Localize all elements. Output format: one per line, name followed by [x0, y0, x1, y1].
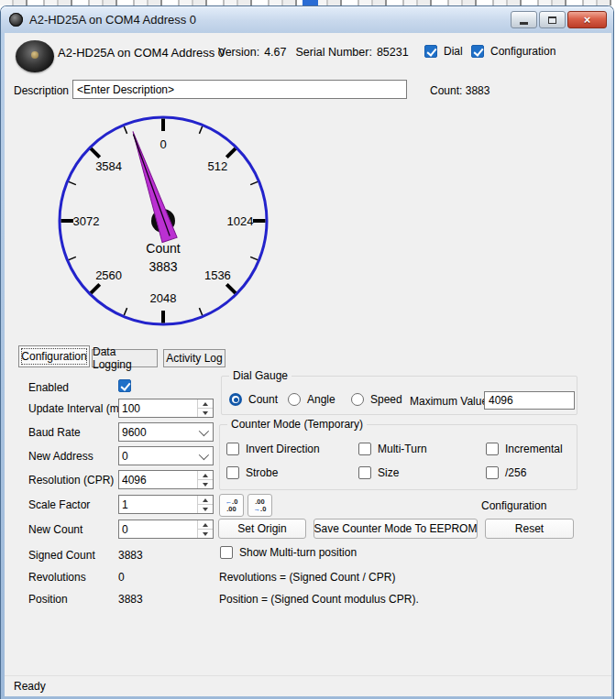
arrow-down-icon	[203, 532, 208, 536]
decimal-icon: →.0	[254, 506, 267, 513]
checkbox-box	[226, 443, 239, 455]
radio-speed[interactable]: Speed	[351, 393, 402, 406]
spin-down-button[interactable]	[198, 479, 213, 488]
new-address-value: 0	[122, 450, 199, 463]
version-serial-row: Version:4.67Serial Number:85231	[218, 46, 418, 59]
scale-factor-spinner	[118, 495, 214, 514]
radio-count[interactable]: Count	[229, 393, 278, 406]
status-text: Ready	[14, 680, 46, 693]
configuration-checkbox-label: Configuration	[490, 45, 556, 58]
maximize-button[interactable]	[539, 11, 566, 28]
serial-label: Serial Number:	[296, 46, 372, 59]
new-address-select[interactable]: 0	[118, 446, 214, 465]
radio-speed-circle	[351, 393, 364, 406]
svg-text:512: 512	[208, 159, 228, 173]
dial-checkbox-label: Dial	[444, 45, 463, 58]
revolutions-formula: Revolutions = (Signed Count / CPR)	[219, 571, 395, 584]
minimize-icon	[520, 22, 528, 25]
position-formula: Position = (Signed Count modulus CPR).	[219, 593, 419, 606]
dial-checkbox-box	[424, 45, 437, 58]
title-bar[interactable]: A2-HD25A on COM4 Address 0 ×	[1, 6, 613, 33]
checkbox-box	[358, 443, 371, 455]
spin-down-button[interactable]	[198, 529, 213, 538]
dial-gauge-group-title: Dial Gauge	[229, 369, 292, 382]
increase-decimal-button[interactable]: .00 →.0	[248, 494, 272, 517]
spin-up-button[interactable]	[198, 496, 213, 504]
serial-value: 85231	[377, 46, 409, 59]
resolution-input[interactable]	[119, 471, 197, 488]
set-origin-button[interactable]: Set Origin	[218, 519, 306, 539]
new-count-label: New Count	[28, 523, 82, 536]
reset-label: Reset	[515, 522, 544, 535]
svg-text:2048: 2048	[150, 291, 177, 305]
new-count-input[interactable]	[119, 520, 197, 538]
save-counter-mode-button[interactable]: Save Counter Mode To EEPROM	[314, 519, 478, 539]
arrow-up-icon	[203, 498, 208, 502]
configuration-checkbox[interactable]: Configuration	[471, 45, 556, 58]
counter-mode-group: Counter Mode (Temporary) Invert Directio…	[219, 424, 578, 490]
svg-text:3072: 3072	[73, 214, 100, 228]
show-multiturn-checkbox[interactable]: Show Multi-turn position	[220, 546, 357, 559]
dial-gauge-svg: 0512102415362048256030723584Count3883	[44, 102, 282, 340]
signed-count-value: 3883	[118, 549, 143, 562]
enabled-checkbox[interactable]	[118, 379, 131, 392]
minimize-button[interactable]	[511, 11, 537, 28]
new-count-spin-buttons	[197, 520, 213, 538]
tab-activity-log[interactable]: Activity Log	[163, 349, 226, 367]
configuration-section-label: Configuration	[481, 499, 546, 512]
spin-up-button[interactable]	[198, 471, 213, 479]
spin-up-button[interactable]	[198, 399, 213, 408]
description-input[interactable]	[72, 80, 407, 99]
dial-checkbox[interactable]: Dial	[424, 45, 463, 58]
svg-text:2560: 2560	[95, 268, 122, 282]
svg-text:1024: 1024	[227, 214, 254, 228]
checkbox-multi-turn[interactable]: Multi-Turn	[358, 443, 427, 455]
checkbox-strobe[interactable]: Strobe	[226, 466, 278, 479]
app-icon	[9, 13, 23, 27]
revolutions-label: Revolutions	[28, 571, 86, 584]
close-button[interactable]: ×	[567, 11, 607, 28]
counter-mode-group-title: Counter Mode (Temporary)	[227, 418, 367, 431]
spin-down-button[interactable]	[198, 408, 213, 417]
baud-rate-value: 9600	[122, 426, 199, 439]
radio-angle[interactable]: Angle	[288, 393, 336, 406]
maximize-icon	[548, 16, 556, 24]
tab-data-logging[interactable]: Data Logging	[92, 349, 158, 367]
count-label: Count:	[430, 84, 462, 97]
scale-factor-spin-buttons	[197, 496, 213, 513]
checkbox-invert-direction[interactable]: Invert Direction	[226, 443, 320, 455]
radio-angle-label: Angle	[307, 393, 336, 406]
checkbox-box	[486, 443, 499, 455]
svg-text:1536: 1536	[204, 268, 231, 282]
checkbox-box	[486, 466, 499, 479]
tab-configuration[interactable]: Configuration	[18, 345, 90, 367]
decimal-icon: .00	[226, 506, 236, 513]
description-label: Description	[14, 84, 69, 97]
radio-count-label: Count	[248, 393, 278, 406]
scale-factor-input[interactable]	[119, 496, 197, 513]
checkbox-div256[interactable]: /256	[486, 466, 526, 479]
reset-button[interactable]: Reset	[485, 519, 574, 539]
checkbox-label: Incremental	[505, 443, 563, 455]
checkbox-incremental[interactable]: Incremental	[486, 443, 563, 455]
checkbox-box	[358, 466, 371, 479]
arrow-down-icon	[203, 411, 208, 415]
enabled-label: Enabled	[28, 381, 69, 394]
chevron-down-icon	[199, 449, 209, 459]
checkbox-label: Invert Direction	[246, 443, 320, 455]
position-value: 3883	[118, 593, 143, 606]
checkbox-box	[220, 546, 233, 559]
checkbox-label: Multi-Turn	[378, 443, 427, 455]
checkbox-size[interactable]: Size	[358, 466, 399, 479]
update-interval-input[interactable]	[119, 399, 197, 417]
configuration-checkbox-box	[471, 45, 484, 58]
tab-data-logging-label: Data Logging	[93, 345, 157, 371]
spin-up-button[interactable]	[198, 520, 213, 529]
decrease-decimal-button[interactable]: ←.0 .00	[219, 494, 244, 517]
spin-down-button[interactable]	[198, 504, 213, 513]
arrow-up-icon	[203, 523, 208, 527]
baud-rate-select[interactable]: 9600	[118, 422, 214, 442]
enabled-checkbox-box	[118, 379, 131, 392]
maximum-value-input[interactable]	[484, 391, 575, 410]
chevron-down-icon	[199, 425, 209, 435]
